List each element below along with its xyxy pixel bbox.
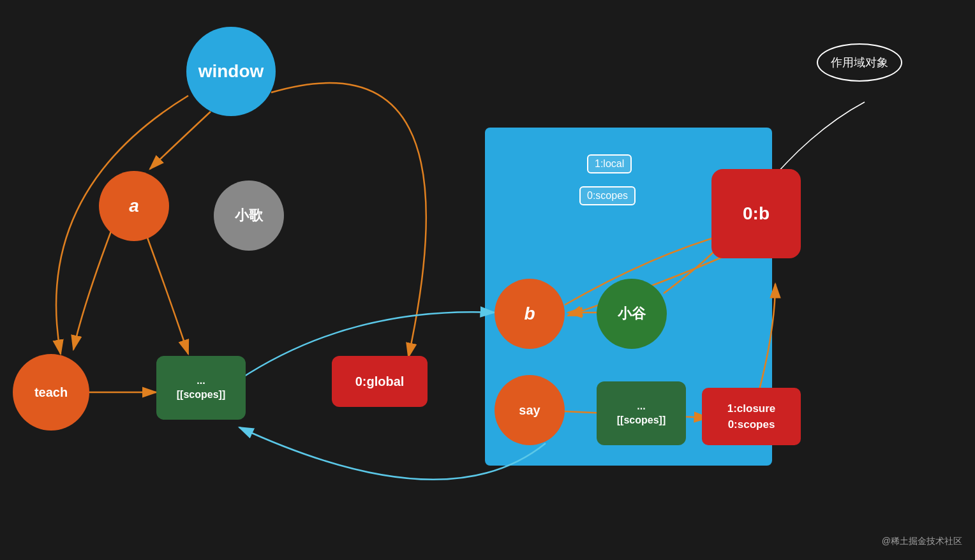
- say-node: say: [495, 375, 565, 445]
- teach-node: teach: [13, 354, 89, 431]
- window-label: window: [198, 61, 264, 82]
- watermark: @稀土掘金技术社区: [882, 536, 962, 547]
- callout-bubble: 作用域对象: [817, 43, 902, 82]
- local-label: 1:local: [595, 158, 624, 169]
- b-rect-node: 0:b: [711, 169, 801, 258]
- b-rect-label: 0:b: [743, 203, 770, 224]
- diagram-svg: [0, 0, 975, 560]
- local-box: 1:local: [587, 154, 632, 173]
- b-inner-node: b: [495, 279, 565, 349]
- closure-scopes-label: 1:closure0:scopes: [727, 401, 776, 433]
- scopes-inner-label: ...[[scopes]]: [617, 399, 666, 428]
- scopes-label: 0:scopes: [587, 190, 628, 201]
- a-label: a: [129, 196, 139, 216]
- window-node: window: [186, 27, 276, 116]
- scopes-box: 0:scopes: [579, 186, 636, 205]
- b-inner-label: b: [524, 304, 535, 324]
- global-node: 0:global: [332, 356, 428, 407]
- xiaogu-label: 小谷: [618, 304, 646, 323]
- scopes-main-label: ...[[scopes]]: [177, 374, 225, 402]
- teach-label: teach: [34, 385, 68, 400]
- callout-label: 作用域对象: [831, 55, 888, 70]
- say-label: say: [519, 403, 540, 418]
- scopes-main-node: ...[[scopes]]: [156, 356, 246, 420]
- a-node: a: [99, 171, 169, 241]
- scopes-inner-node: ...[[scopes]]: [597, 381, 686, 445]
- xiaoge-label: 小歌: [235, 206, 263, 225]
- xiaogu-node: 小谷: [597, 279, 667, 349]
- xiaoge-node: 小歌: [214, 181, 284, 251]
- closure-scopes-node: 1:closure0:scopes: [702, 388, 801, 445]
- global-label: 0:global: [355, 374, 405, 389]
